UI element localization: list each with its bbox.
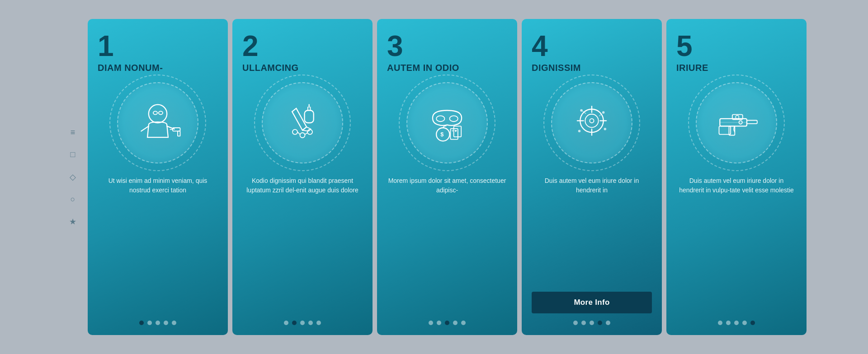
card-3-title: AUTEM IN ODIO <box>387 62 459 73</box>
svg-rect-33 <box>747 121 757 124</box>
card-1-dots <box>139 321 176 325</box>
card-2: 2 ULLAMCING K <box>232 19 373 335</box>
svg-point-29 <box>578 130 581 133</box>
svg-point-26 <box>580 109 583 112</box>
card-2-title: ULLAMCING <box>242 62 298 73</box>
dot-2 <box>437 321 441 325</box>
card-4: 4 DIGNISSIM <box>522 19 662 335</box>
card-5-dots <box>718 321 755 325</box>
card-5-icon-area <box>696 82 777 163</box>
svg-rect-15 <box>450 129 458 140</box>
svg-point-38 <box>739 121 742 124</box>
card-1-icon-area <box>117 82 198 163</box>
svg-point-21 <box>590 119 594 123</box>
dot-2 <box>147 321 152 325</box>
svg-point-7 <box>300 133 305 138</box>
fraud-mask-icon: $ ♥ + <box>422 98 472 148</box>
dot-5 <box>750 321 755 325</box>
dot-4 <box>742 321 747 325</box>
card-4-text: Duis autem vel eum iriure dolor in hendr… <box>532 174 652 288</box>
card-4-title: DIGNISSIM <box>532 62 581 73</box>
svg-point-37 <box>736 116 739 119</box>
cards-wrapper: 1 DIAM NONUM- <box>88 19 807 335</box>
star-icon[interactable]: ★ <box>69 217 76 227</box>
svg-text:♥: ♥ <box>455 129 457 133</box>
dot-1 <box>573 321 578 325</box>
svg-line-30 <box>583 111 586 114</box>
svg-point-6 <box>292 130 297 135</box>
dot-1 <box>284 321 288 325</box>
card-5-number: 5 <box>676 32 693 61</box>
dot-3 <box>156 321 160 325</box>
svg-rect-5 <box>305 111 314 123</box>
square-icon[interactable]: □ <box>71 150 75 159</box>
card-3-number: 3 <box>387 32 403 61</box>
dot-3 <box>590 321 594 325</box>
card-2-text: Kodio dignissim qui blandit praesent lup… <box>242 174 363 313</box>
dot-3 <box>300 321 305 325</box>
svg-rect-35 <box>729 126 735 135</box>
dot-4 <box>453 321 458 325</box>
svg-rect-32 <box>720 119 747 126</box>
svg-rect-36 <box>732 115 743 120</box>
card-4-icon-area <box>551 82 632 163</box>
card-3: 3 AUTEM IN ODIO $ ♥ + <box>377 19 517 335</box>
card-3-dots <box>429 321 466 325</box>
diamond-icon[interactable]: ◇ <box>70 172 76 182</box>
svg-rect-16 <box>454 126 462 137</box>
weapons-chemicals-icon <box>278 98 327 148</box>
card-5: 5 IRIURE <box>666 19 807 335</box>
more-info-button[interactable]: More Info <box>532 292 652 313</box>
svg-point-11 <box>436 116 444 121</box>
svg-point-19 <box>580 109 603 132</box>
card-4-number: 4 <box>532 32 548 61</box>
dot-2 <box>726 321 731 325</box>
dot-5 <box>461 321 466 325</box>
svg-point-28 <box>604 128 607 130</box>
card-2-icon-area <box>262 82 343 163</box>
card-1: 1 DIAM NONUM- <box>88 19 228 335</box>
svg-rect-4 <box>178 131 180 136</box>
svg-rect-34 <box>719 126 731 134</box>
dot-5 <box>316 321 321 325</box>
robber-icon <box>133 98 183 148</box>
card-2-dots <box>284 321 321 325</box>
target-crosshair-icon <box>567 98 617 148</box>
dot-2 <box>581 321 586 325</box>
menu-icon[interactable]: ≡ <box>71 128 75 137</box>
card-4-dots <box>573 321 610 325</box>
svg-text:+: + <box>451 129 453 133</box>
circle-icon[interactable]: ○ <box>71 195 75 204</box>
card-3-text: Morem ipsum dolor sit amet, consectetuer… <box>387 174 507 313</box>
svg-rect-3 <box>173 128 180 131</box>
dot-4 <box>164 321 168 325</box>
dot-3 <box>734 321 739 325</box>
svg-line-10 <box>305 133 308 135</box>
dot-4 <box>598 321 602 325</box>
dot-2 <box>292 321 297 325</box>
card-1-title: DIAM NONUM- <box>98 62 163 73</box>
card-2-number: 2 <box>242 32 259 61</box>
svg-point-2 <box>159 111 163 114</box>
svg-line-9 <box>297 132 300 135</box>
svg-point-12 <box>450 116 458 121</box>
svg-point-20 <box>585 114 598 127</box>
svg-point-0 <box>149 105 167 123</box>
svg-point-13 <box>436 128 449 141</box>
dot-1 <box>139 321 144 325</box>
dot-1 <box>718 321 722 325</box>
dot-5 <box>606 321 610 325</box>
dot-5 <box>172 321 176 325</box>
sidebar: ≡ □ ◇ ○ ★ <box>61 19 84 335</box>
dot-4 <box>308 321 313 325</box>
machine-gun-icon <box>712 98 761 148</box>
svg-point-1 <box>153 111 157 114</box>
card-5-text: Duis autem vel eum iriure dolor in hendr… <box>676 174 797 313</box>
svg-point-27 <box>602 111 605 114</box>
card-3-icon-area: $ ♥ + <box>406 82 488 163</box>
svg-point-8 <box>307 130 312 135</box>
svg-line-31 <box>599 114 602 116</box>
main-container: ≡ □ ◇ ○ ★ 1 DIAM NONUM- <box>43 0 825 354</box>
card-1-number: 1 <box>98 32 114 61</box>
card-5-title: IRIURE <box>676 62 708 73</box>
